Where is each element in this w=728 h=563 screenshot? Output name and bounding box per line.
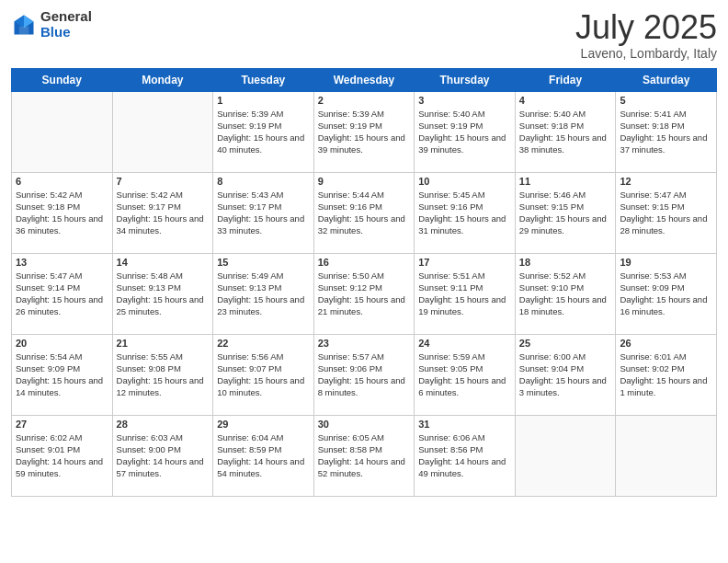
cell-info: Sunrise: 5:52 AM Sunset: 9:10 PM Dayligh… <box>519 270 612 318</box>
cell-info: Sunrise: 5:45 AM Sunset: 9:16 PM Dayligh… <box>418 189 511 237</box>
daylight-text: Daylight: 15 hours and 25 minutes. <box>117 293 210 318</box>
weekday-header-wednesday: Wednesday <box>313 68 415 91</box>
calendar-cell: 16 Sunrise: 5:50 AM Sunset: 9:12 PM Dayl… <box>313 253 415 334</box>
cell-info: Sunrise: 5:44 AM Sunset: 9:16 PM Dayligh… <box>318 189 411 237</box>
sunrise-text: Sunrise: 5:56 AM <box>217 350 310 362</box>
daylight-text: Daylight: 15 hours and 26 minutes. <box>16 293 108 318</box>
daylight-text: Daylight: 14 hours and 49 minutes. <box>418 455 511 480</box>
cell-info: Sunrise: 6:03 AM Sunset: 9:00 PM Dayligh… <box>117 431 210 480</box>
daylight-text: Daylight: 15 hours and 14 minutes. <box>16 374 108 399</box>
calendar-cell: 24 Sunrise: 5:59 AM Sunset: 9:05 PM Dayl… <box>415 334 516 415</box>
day-number: 20 <box>16 338 108 349</box>
sunrise-text: Sunrise: 5:50 AM <box>318 270 411 282</box>
calendar-week-1: 1 Sunrise: 5:39 AM Sunset: 9:19 PM Dayli… <box>12 91 717 172</box>
sunset-text: Sunset: 9:16 PM <box>418 201 511 213</box>
sunset-text: Sunset: 9:09 PM <box>16 362 108 374</box>
day-number: 17 <box>418 257 511 268</box>
daylight-text: Daylight: 14 hours and 59 minutes. <box>16 455 108 480</box>
cell-info: Sunrise: 6:02 AM Sunset: 9:01 PM Dayligh… <box>16 431 108 480</box>
sunrise-text: Sunrise: 6:01 AM <box>620 350 712 362</box>
day-number: 30 <box>318 419 411 430</box>
sunset-text: Sunset: 9:08 PM <box>117 362 210 374</box>
daylight-text: Daylight: 15 hours and 19 minutes. <box>418 293 511 318</box>
daylight-text: Daylight: 15 hours and 39 minutes. <box>418 132 511 156</box>
cell-info: Sunrise: 5:47 AM Sunset: 9:15 PM Dayligh… <box>620 189 712 237</box>
sunrise-text: Sunrise: 5:54 AM <box>16 350 108 362</box>
calendar-cell: 12 Sunrise: 5:47 AM Sunset: 9:15 PM Dayl… <box>616 172 717 253</box>
sunrise-text: Sunrise: 5:40 AM <box>519 108 612 120</box>
sunset-text: Sunset: 8:59 PM <box>217 443 310 455</box>
sunrise-text: Sunrise: 6:03 AM <box>117 431 210 443</box>
sunrise-text: Sunrise: 5:53 AM <box>620 270 712 282</box>
cell-info: Sunrise: 5:39 AM Sunset: 9:19 PM Dayligh… <box>318 108 411 156</box>
sunset-text: Sunset: 9:17 PM <box>117 201 210 213</box>
cell-info: Sunrise: 5:55 AM Sunset: 9:08 PM Dayligh… <box>117 350 210 399</box>
sunset-text: Sunset: 9:13 PM <box>217 282 310 293</box>
day-number: 15 <box>217 257 310 268</box>
daylight-text: Daylight: 15 hours and 39 minutes. <box>318 132 411 156</box>
sunset-text: Sunset: 9:06 PM <box>318 362 411 374</box>
calendar-cell: 25 Sunrise: 6:00 AM Sunset: 9:04 PM Dayl… <box>515 334 616 415</box>
sunrise-text: Sunrise: 5:46 AM <box>519 189 612 201</box>
cell-info: Sunrise: 5:41 AM Sunset: 9:18 PM Dayligh… <box>620 108 712 156</box>
logo-blue: Blue <box>40 24 71 40</box>
day-number: 11 <box>519 176 612 187</box>
daylight-text: Daylight: 15 hours and 12 minutes. <box>117 374 210 399</box>
calendar-cell <box>515 415 616 496</box>
day-number: 13 <box>16 257 108 268</box>
calendar-cell: 13 Sunrise: 5:47 AM Sunset: 9:14 PM Dayl… <box>12 253 113 334</box>
sunrise-text: Sunrise: 6:04 AM <box>217 431 310 443</box>
calendar-cell: 14 Sunrise: 5:48 AM Sunset: 9:13 PM Dayl… <box>112 253 213 334</box>
day-number: 19 <box>620 257 712 268</box>
calendar-cell: 27 Sunrise: 6:02 AM Sunset: 9:01 PM Dayl… <box>12 415 113 496</box>
daylight-text: Daylight: 15 hours and 37 minutes. <box>620 132 712 156</box>
cell-info: Sunrise: 5:46 AM Sunset: 9:15 PM Dayligh… <box>519 189 612 237</box>
cell-info: Sunrise: 5:51 AM Sunset: 9:11 PM Dayligh… <box>418 270 511 318</box>
sunset-text: Sunset: 9:00 PM <box>117 443 210 455</box>
day-number: 2 <box>318 95 411 106</box>
cell-info: Sunrise: 5:56 AM Sunset: 9:07 PM Dayligh… <box>217 350 310 399</box>
day-number: 27 <box>16 419 108 430</box>
sunrise-text: Sunrise: 5:44 AM <box>318 189 411 201</box>
cell-info: Sunrise: 5:47 AM Sunset: 9:14 PM Dayligh… <box>16 270 108 318</box>
cell-info: Sunrise: 5:53 AM Sunset: 9:09 PM Dayligh… <box>620 270 712 318</box>
sunrise-text: Sunrise: 5:41 AM <box>620 108 712 120</box>
calendar-cell: 18 Sunrise: 5:52 AM Sunset: 9:10 PM Dayl… <box>515 253 616 334</box>
sunrise-text: Sunrise: 5:39 AM <box>217 108 310 120</box>
sunset-text: Sunset: 9:19 PM <box>318 120 411 132</box>
sunset-text: Sunset: 8:56 PM <box>418 443 511 455</box>
day-number: 31 <box>418 419 511 430</box>
weekday-header-tuesday: Tuesday <box>213 68 314 91</box>
sunrise-text: Sunrise: 5:47 AM <box>16 270 108 282</box>
calendar-cell: 1 Sunrise: 5:39 AM Sunset: 9:19 PM Dayli… <box>213 91 314 172</box>
cell-info: Sunrise: 5:59 AM Sunset: 9:05 PM Dayligh… <box>418 350 511 399</box>
cell-info: Sunrise: 6:00 AM Sunset: 9:04 PM Dayligh… <box>519 350 612 399</box>
sunset-text: Sunset: 9:13 PM <box>117 282 210 293</box>
sunrise-text: Sunrise: 5:51 AM <box>418 270 511 282</box>
sunrise-text: Sunrise: 5:42 AM <box>117 189 210 201</box>
calendar-cell: 21 Sunrise: 5:55 AM Sunset: 9:08 PM Dayl… <box>112 334 213 415</box>
cell-info: Sunrise: 5:40 AM Sunset: 9:18 PM Dayligh… <box>519 108 612 156</box>
daylight-text: Daylight: 15 hours and 36 minutes. <box>16 213 108 237</box>
cell-info: Sunrise: 5:50 AM Sunset: 9:12 PM Dayligh… <box>318 270 411 318</box>
sunset-text: Sunset: 9:18 PM <box>620 120 712 132</box>
sunrise-text: Sunrise: 5:39 AM <box>318 108 411 120</box>
calendar-cell <box>616 415 717 496</box>
sunset-text: Sunset: 9:11 PM <box>418 282 511 293</box>
day-number: 23 <box>318 338 411 349</box>
cell-info: Sunrise: 5:43 AM Sunset: 9:17 PM Dayligh… <box>217 189 310 237</box>
day-number: 9 <box>318 176 411 187</box>
cell-info: Sunrise: 5:54 AM Sunset: 9:09 PM Dayligh… <box>16 350 108 399</box>
cell-info: Sunrise: 5:39 AM Sunset: 9:19 PM Dayligh… <box>217 108 310 156</box>
day-number: 10 <box>418 176 511 187</box>
daylight-text: Daylight: 15 hours and 6 minutes. <box>418 374 511 399</box>
calendar-cell: 28 Sunrise: 6:03 AM Sunset: 9:00 PM Dayl… <box>112 415 213 496</box>
calendar-cell: 26 Sunrise: 6:01 AM Sunset: 9:02 PM Dayl… <box>616 334 717 415</box>
calendar-cell <box>12 91 113 172</box>
calendar-week-3: 13 Sunrise: 5:47 AM Sunset: 9:14 PM Dayl… <box>12 253 717 334</box>
day-number: 8 <box>217 176 310 187</box>
sunset-text: Sunset: 9:10 PM <box>519 282 612 293</box>
cell-info: Sunrise: 6:06 AM Sunset: 8:56 PM Dayligh… <box>418 431 511 480</box>
calendar-cell: 5 Sunrise: 5:41 AM Sunset: 9:18 PM Dayli… <box>616 91 717 172</box>
calendar-cell: 31 Sunrise: 6:06 AM Sunset: 8:56 PM Dayl… <box>415 415 516 496</box>
